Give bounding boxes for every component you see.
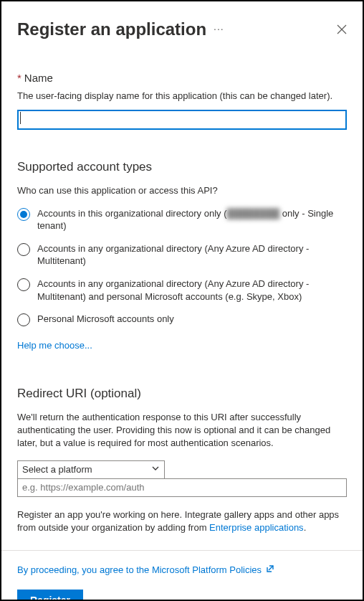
name-helper-text: The user-facing display name for this ap… [17,90,347,103]
radio-personal[interactable]: Personal Microsoft accounts only [17,313,347,326]
more-icon[interactable]: ··· [214,22,224,37]
chevron-down-icon [151,463,160,476]
external-link-icon [266,564,274,577]
platform-select-value: Select a platform [22,463,92,476]
name-input[interactable] [17,110,347,130]
radio-label: Accounts in this organizational director… [37,207,347,232]
enterprise-applications-link[interactable]: Enterprise applications [209,522,304,533]
platform-select[interactable]: Select a platform [17,460,165,479]
redirect-uri-description: We'll return the authentication response… [17,411,347,450]
radio-icon [17,278,30,291]
required-asterisk: * [17,70,21,85]
account-types-question: Who can use this application or access t… [17,184,347,197]
name-label: Name [24,70,53,85]
account-types-heading: Supported account types [17,158,347,176]
radio-icon [17,243,30,256]
divider [1,550,363,551]
radio-label: Personal Microsoft accounts only [37,313,174,326]
svg-line-2 [269,566,273,570]
platform-policies-link[interactable]: By proceeding, you agree to the Microsof… [17,564,347,577]
help-me-choose-link[interactable]: Help me choose... [17,339,92,352]
radio-single-tenant[interactable]: Accounts in this organizational director… [17,207,347,232]
radio-icon [17,208,30,221]
page-title: Register an application [17,17,206,42]
footer-note: Register an app you're working on here. … [17,508,347,534]
radio-multitenant-personal[interactable]: Accounts in any organizational directory… [17,278,347,303]
close-icon[interactable] [337,24,347,34]
register-button[interactable]: Register [17,590,83,601]
radio-icon [17,313,30,326]
radio-multitenant[interactable]: Accounts in any organizational directory… [17,242,347,268]
redirect-uri-heading: Redirect URI (optional) [17,385,347,402]
redirect-uri-input[interactable] [17,478,347,497]
radio-label: Accounts in any organizational directory… [37,278,347,303]
radio-label: Accounts in any organizational directory… [37,242,347,268]
